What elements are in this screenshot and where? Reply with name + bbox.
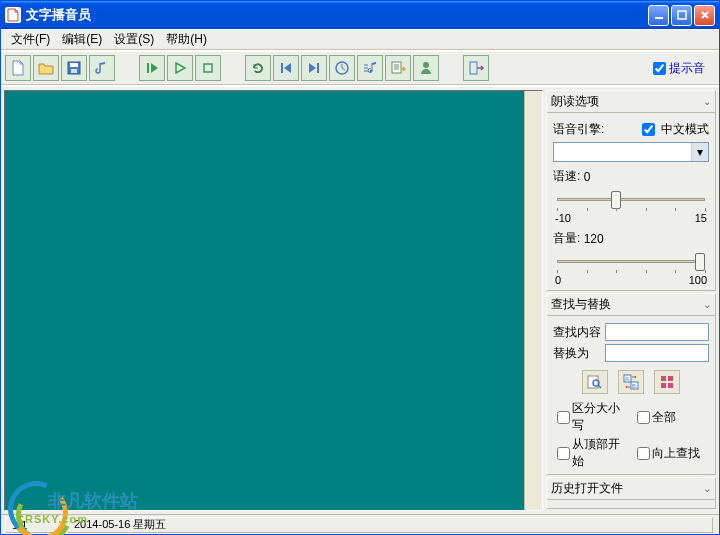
from-top-checkbox[interactable]: 从顶部开始 [553,436,629,470]
replace-label: 替换为 [553,345,589,362]
find-replace-group: 查找与替换 ⌄ 查找内容 替换为 AB [546,293,716,475]
text-editor[interactable] [4,90,543,511]
speed-max: 15 [695,212,707,224]
stop-button[interactable] [195,55,221,81]
speed-value: 0 [584,170,591,184]
replace-input[interactable] [605,344,709,362]
dropdown-arrow-icon: ▾ [691,143,708,161]
history-group: 历史打开文件 ⌄ [546,477,716,509]
export-button[interactable] [385,55,411,81]
svg-text:A: A [625,376,629,382]
find-input[interactable] [605,323,709,341]
menubar: 文件(F) 编辑(E) 设置(S) 帮助(H) [1,29,719,49]
date-cell: 2014-05-16 星期五 [67,517,713,533]
menu-help[interactable]: 帮助(H) [160,29,213,50]
menu-file[interactable]: 文件(F) [5,29,56,50]
music-list-button[interactable] [357,55,383,81]
find-label: 查找内容 [553,324,601,341]
svg-rect-13 [470,62,477,74]
hint-sound-label: 提示音 [669,60,705,77]
client-area: 朗读选项 ⌄ 语音引擎: 中文模式 ▾ [1,87,719,514]
cursor-position: 1:1 [5,517,65,533]
svg-rect-0 [655,17,663,19]
engine-label: 语音引擎: [553,121,604,138]
chevron-down-icon: ⌄ [703,483,711,494]
play-button[interactable] [167,55,193,81]
play-pause-button[interactable] [139,55,165,81]
speed-label: 语速: [553,168,580,185]
all-checkbox[interactable]: 全部 [633,400,709,434]
engine-select[interactable]: ▾ [553,142,709,162]
svg-rect-20 [661,376,666,381]
hint-sound-checkbox[interactable]: 提示音 [649,59,715,78]
svg-rect-21 [668,376,673,381]
svg-rect-4 [71,69,77,73]
menu-settings[interactable]: 设置(S) [108,29,160,50]
chinese-mode-checkbox[interactable]: 中文模式 [638,120,709,139]
svg-point-12 [423,62,429,68]
svg-rect-5 [147,63,149,73]
toolbar: 提示音 [1,52,719,84]
volume-label: 音量: [553,230,580,247]
svg-rect-22 [661,383,666,388]
volume-slider[interactable] [553,250,709,274]
main-window: 文字播音员 文件(F) 编辑(E) 设置(S) 帮助(H) 提示音 [0,0,720,535]
maximize-button[interactable] [671,5,692,26]
chevron-down-icon: ⌄ [703,299,711,310]
titlebar: 文字播音员 [1,1,719,29]
replace-button[interactable]: AB [618,370,644,394]
new-button[interactable] [5,55,31,81]
find-button[interactable] [582,370,608,394]
case-checkbox[interactable]: 区分大小写 [553,400,629,434]
minimize-button[interactable] [648,5,669,26]
speed-min: -10 [555,212,571,224]
read-options-header[interactable]: 朗读选项 ⌄ [547,91,715,113]
window-title: 文字播音员 [26,6,646,24]
next-button[interactable] [301,55,327,81]
svg-text:B: B [632,383,636,389]
save-button[interactable] [61,55,87,81]
exit-button[interactable] [463,55,489,81]
volume-max: 100 [689,274,707,286]
svg-rect-23 [668,383,673,388]
open-button[interactable] [33,55,59,81]
clock-button[interactable] [329,55,355,81]
replace-all-button[interactable] [654,370,680,394]
read-options-group: 朗读选项 ⌄ 语音引擎: 中文模式 ▾ [546,90,716,291]
find-replace-header[interactable]: 查找与替换 ⌄ [547,294,715,316]
svg-rect-8 [317,63,319,73]
svg-rect-7 [281,63,283,73]
user-button[interactable] [413,55,439,81]
prev-button[interactable] [273,55,299,81]
chevron-down-icon: ⌄ [703,96,711,107]
search-up-checkbox[interactable]: 向上查找 [633,436,709,470]
svg-point-10 [370,70,373,73]
statusbar: 1:1 2014-05-16 星期五 [1,514,719,534]
refresh-button[interactable] [245,55,271,81]
speed-slider[interactable] [553,188,709,212]
svg-rect-3 [70,63,78,67]
app-icon [5,7,21,23]
svg-rect-6 [204,64,212,72]
side-panel: 朗读选项 ⌄ 语音引擎: 中文模式 ▾ [546,90,716,511]
volume-value: 120 [584,232,604,246]
menu-edit[interactable]: 编辑(E) [56,29,108,50]
close-button[interactable] [694,5,715,26]
music-note-button[interactable] [89,55,115,81]
svg-rect-1 [678,11,686,19]
history-header[interactable]: 历史打开文件 ⌄ [547,478,715,500]
volume-min: 0 [555,274,561,286]
